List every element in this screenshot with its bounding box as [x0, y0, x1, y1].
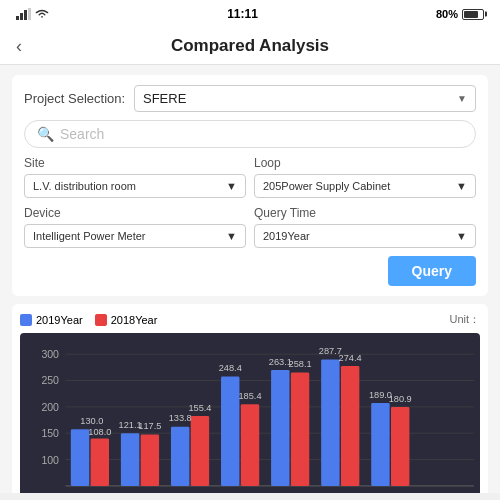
legend-2019-dot: [20, 314, 32, 326]
svg-rect-46: [391, 407, 409, 486]
svg-text:Apr.: Apr.: [230, 492, 249, 493]
query-time-field: Query Time 2019Year ▼: [254, 206, 476, 248]
project-selection-card: Project Selection: SFERE ▼ 🔍 Search Site…: [12, 75, 488, 296]
legend-2019: 2019Year: [20, 314, 83, 326]
loop-field: Loop 205Power Supply Cabinet ▼: [254, 156, 476, 198]
svg-text:200: 200: [41, 401, 59, 413]
svg-text:180.9: 180.9: [389, 394, 412, 404]
svg-text:100: 100: [41, 454, 59, 466]
loop-value: 205Power Supply Cabinet: [263, 180, 390, 192]
svg-text:248.4: 248.4: [219, 363, 242, 373]
device-select[interactable]: Intelligent Power Meter ▼: [24, 224, 246, 248]
device-value: Intelligent Power Meter: [33, 230, 146, 242]
svg-rect-26: [191, 416, 209, 486]
page-title: Compared Analysis: [171, 36, 329, 56]
main-content: Project Selection: SFERE ▼ 🔍 Search Site…: [0, 65, 500, 493]
site-label: Site: [24, 156, 246, 170]
svg-rect-20: [121, 433, 139, 486]
svg-text:Feb.: Feb.: [130, 492, 151, 493]
bar-chart: 300 250 200 150 100 130.0 108.0 Jan. 121…: [26, 341, 474, 493]
project-select[interactable]: SFERE ▼: [134, 85, 476, 112]
svg-text:300: 300: [41, 348, 59, 360]
chart-section: 2019Year 2018Year Unit： 300 250 200: [12, 304, 488, 493]
chart-unit: Unit：: [449, 312, 480, 327]
svg-text:May: May: [280, 492, 301, 493]
svg-text:185.4: 185.4: [238, 391, 261, 401]
svg-rect-36: [291, 373, 309, 486]
svg-text:274.4: 274.4: [339, 353, 362, 363]
site-select[interactable]: L.V. distribution room ▼: [24, 174, 246, 198]
project-value: SFERE: [143, 91, 186, 106]
wifi-icon: [35, 9, 49, 19]
svg-text:150: 150: [41, 427, 59, 439]
svg-text:108.0: 108.0: [88, 427, 111, 437]
svg-rect-21: [141, 435, 159, 486]
site-value: L.V. distribution room: [33, 180, 136, 192]
signal-area: [16, 8, 49, 20]
project-field-row: Project Selection: SFERE ▼: [24, 85, 476, 112]
search-input[interactable]: Search: [60, 126, 104, 142]
svg-text:258.1: 258.1: [289, 359, 312, 369]
chevron-down-icon: ▼: [457, 93, 467, 104]
query-time-chevron-icon: ▼: [456, 230, 467, 242]
site-chevron-icon: ▼: [226, 180, 237, 192]
loop-chevron-icon: ▼: [456, 180, 467, 192]
svg-rect-0: [16, 16, 19, 20]
battery-icon: [462, 9, 484, 20]
battery-area: 80%: [436, 8, 484, 20]
svg-rect-1: [20, 13, 23, 20]
device-querytime-row: Device Intelligent Power Meter ▼ Query T…: [24, 206, 476, 248]
svg-text:Mar.: Mar.: [179, 492, 199, 493]
site-loop-row: Site L.V. distribution room ▼ Loop 205Po…: [24, 156, 476, 198]
query-time-label: Query Time: [254, 206, 476, 220]
svg-text:250: 250: [41, 374, 59, 386]
svg-text:July: July: [380, 492, 399, 493]
query-time-value: 2019Year: [263, 230, 310, 242]
app-header: ‹ Compared Analysis: [0, 28, 500, 65]
device-label: Device: [24, 206, 246, 220]
battery-percent: 80%: [436, 8, 458, 20]
svg-rect-16: [91, 438, 109, 485]
device-field: Device Intelligent Power Meter ▼: [24, 206, 246, 248]
legend-2018-label: 2018Year: [111, 314, 158, 326]
svg-rect-3: [28, 8, 31, 20]
chart-legend: 2019Year 2018Year Unit：: [20, 312, 480, 327]
svg-rect-40: [321, 359, 339, 485]
query-time-select[interactable]: 2019Year ▼: [254, 224, 476, 248]
legend-2018: 2018Year: [95, 314, 158, 326]
svg-rect-15: [71, 429, 89, 486]
search-bar[interactable]: 🔍 Search: [24, 120, 476, 148]
svg-rect-45: [371, 403, 389, 486]
time-display: 11:11: [227, 7, 258, 21]
svg-text:Jun.: Jun.: [330, 492, 350, 493]
query-button-wrap: Query: [24, 256, 476, 286]
device-chevron-icon: ▼: [226, 230, 237, 242]
svg-text:117.5: 117.5: [138, 421, 161, 431]
svg-text:Jan.: Jan.: [82, 492, 102, 493]
legend-2018-dot: [95, 314, 107, 326]
query-button[interactable]: Query: [388, 256, 476, 286]
search-icon: 🔍: [37, 126, 54, 142]
svg-rect-30: [221, 377, 239, 486]
loop-label: Loop: [254, 156, 476, 170]
signal-icon: [16, 8, 32, 20]
svg-rect-41: [341, 366, 359, 486]
status-bar: 11:11 80%: [0, 0, 500, 28]
svg-rect-25: [171, 427, 189, 486]
svg-text:130.0: 130.0: [80, 416, 103, 426]
svg-text:133.8: 133.8: [169, 413, 192, 423]
svg-text:155.4: 155.4: [188, 403, 211, 413]
svg-rect-2: [24, 10, 27, 20]
site-field: Site L.V. distribution room ▼: [24, 156, 246, 198]
loop-select[interactable]: 205Power Supply Cabinet ▼: [254, 174, 476, 198]
svg-rect-31: [241, 404, 259, 486]
svg-rect-35: [271, 370, 289, 486]
back-button[interactable]: ‹: [16, 36, 22, 57]
legend-2019-label: 2019Year: [36, 314, 83, 326]
chart-wrap: 300 250 200 150 100 130.0 108.0 Jan. 121…: [20, 333, 480, 493]
project-label: Project Selection:: [24, 91, 134, 106]
